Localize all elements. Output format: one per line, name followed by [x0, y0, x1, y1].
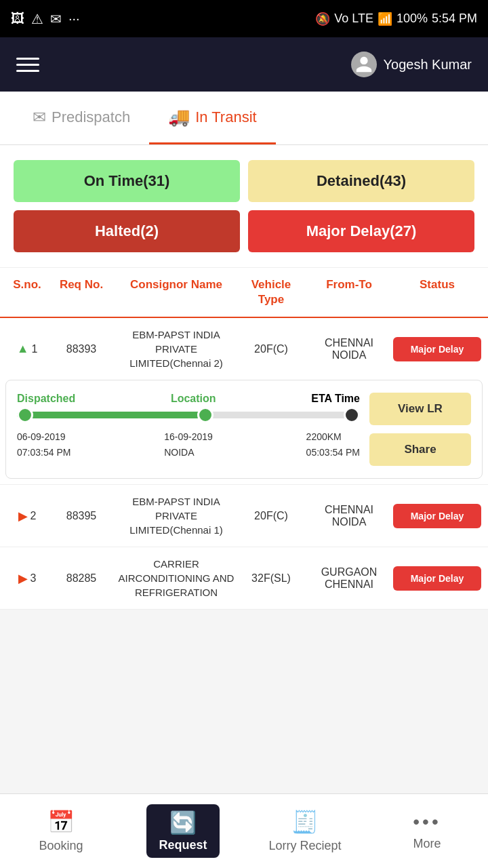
booking-label: Booking — [39, 839, 83, 853]
lorry-receipt-icon: 🧾 — [291, 809, 319, 835]
row-1-status-btn[interactable]: Major Delay — [393, 337, 481, 361]
arrow-up-icon: ▲ — [17, 342, 29, 356]
dot-mid — [197, 407, 214, 423]
lorry-receipt-label: Lorry Reciept — [268, 839, 341, 853]
more-icon: ··· — [68, 11, 80, 26]
table-row: ▶ 2 88395 EBM-PAPST INDIA PRIVATE LIMITE… — [0, 485, 488, 547]
row-1-status: Major Delay — [393, 337, 481, 361]
arrow-right-icon-2: ▶ — [18, 571, 28, 586]
row-2-vehicle: 20F(C) — [237, 510, 305, 522]
row-1-reqno: 88393 — [47, 343, 115, 355]
row-3-consignor: CARRIER AIRCONDITIONING AND REFRIGERATIO… — [115, 557, 237, 599]
location-label: Location — [171, 393, 216, 405]
card-major-delay[interactable]: Major Delay(27) — [248, 210, 474, 252]
menu-line-2 — [16, 64, 39, 66]
mail-tab-icon: ✉ — [33, 108, 46, 127]
eta-time: 05:03:54 PM — [306, 445, 360, 460]
wifi-icon: 📶 — [378, 12, 392, 26]
card-on-time[interactable]: On Time(31) — [14, 160, 240, 202]
halted-label: Halted(2) — [95, 222, 159, 239]
row-1-fromto: CHENNAI NOIDA — [305, 337, 393, 361]
dispatched-date: 06-09-2019 — [17, 429, 70, 444]
view-lr-button[interactable]: View LR — [369, 393, 471, 425]
signal-icon: Vo LTE — [334, 12, 373, 26]
table-header: S.no. Req No. Consignor Name Vehicle Typ… — [0, 268, 488, 318]
detail-actions: View LR Share — [369, 393, 471, 466]
summary-cards: On Time(31) Detained(43) Halted(2) Major… — [0, 145, 488, 268]
row-1-detail: Dispatched Location ETA Time 06-09-2019 — [5, 380, 483, 479]
alert-icon: ⚠ — [31, 11, 43, 27]
th-sno: S.no. — [7, 277, 47, 307]
share-button[interactable]: Share — [369, 433, 471, 466]
row-3-status-btn[interactable]: Major Delay — [393, 566, 481, 591]
location-place: NOIDA — [164, 445, 213, 460]
row-3-reqno: 88285 — [47, 572, 115, 585]
row-1-vehicle: 20F(C) — [237, 343, 305, 355]
request-icon: 🔄 — [169, 810, 197, 835]
battery-level: 100% — [396, 12, 428, 26]
nav-booking[interactable]: 📅 Booking — [20, 809, 102, 853]
user-icon — [354, 55, 373, 74]
tab-predispatch[interactable]: ✉ Predispatch — [14, 93, 149, 144]
on-time-label: On Time(31) — [84, 172, 170, 189]
row-2-consignor: EBM-PAPST INDIA PRIVATE LIMITED(Chennai … — [115, 494, 237, 537]
tab-intransit[interactable]: 🚚 In Transit — [149, 92, 275, 144]
avatar — [351, 52, 377, 77]
row-2-fromto: CHENNAI NOIDA — [305, 504, 393, 528]
card-detained[interactable]: Detained(43) — [248, 160, 474, 202]
intransit-label: In Transit — [195, 108, 256, 126]
row-3-sno: ▶ 3 — [7, 571, 47, 586]
row-2-status-btn[interactable]: Major Delay — [393, 504, 481, 528]
eta-dates: 2200KM 05:03:54 PM — [306, 429, 360, 460]
detail-progress: Dispatched Location ETA Time 06-09-2019 — [17, 393, 360, 466]
username: Yogesh Kumar — [384, 57, 472, 73]
booking-icon: 📅 — [47, 809, 75, 835]
row-1-consignor: EBM-PAPST INDIA PRIVATE LIMITED(Chennai … — [115, 328, 237, 370]
row-1-sno: ▲ 1 — [7, 342, 47, 356]
dispatched-label: Dispatched — [17, 393, 75, 405]
menu-button[interactable] — [16, 58, 39, 72]
dot-start — [17, 407, 33, 423]
th-vehicle: Vehicle Type — [237, 277, 305, 307]
header: Yogesh Kumar — [0, 37, 488, 92]
row-3-main[interactable]: ▶ 3 88285 CARRIER AIRCONDITIONING AND RE… — [0, 547, 488, 609]
data-table: S.no. Req No. Consignor Name Vehicle Typ… — [0, 268, 488, 610]
row-2-sno: ▶ 2 — [7, 509, 47, 524]
dot-end — [344, 407, 360, 423]
row-2-status: Major Delay — [393, 504, 481, 528]
progress-fill — [17, 412, 205, 418]
major-delay-label: Major Delay(27) — [306, 222, 417, 239]
eta-distance: 2200KM — [306, 429, 360, 444]
row-3-fromto: GURGAON CHENNAI — [305, 566, 393, 591]
location-dates: 16-09-2019 NOIDA — [164, 429, 213, 460]
row-1-main[interactable]: ▲ 1 88393 EBM-PAPST INDIA PRIVATE LIMITE… — [0, 318, 488, 380]
status-bar-right: 🔕 Vo LTE 📶 100% 5:54 PM — [315, 12, 477, 26]
nav-lorry-receipt[interactable]: 🧾 Lorry Reciept — [264, 809, 346, 853]
bottom-nav: 📅 Booking 🔄 Request 🧾 Lorry Reciept ••• … — [0, 793, 488, 868]
mute-icon: 🔕 — [315, 12, 330, 26]
card-halted[interactable]: Halted(2) — [14, 210, 240, 252]
mail-icon: ✉ — [50, 11, 62, 27]
nav-request[interactable]: 🔄 Request — [142, 804, 224, 858]
menu-line-1 — [16, 58, 39, 60]
location-date: 16-09-2019 — [164, 429, 213, 444]
nav-more[interactable]: ••• More — [386, 811, 468, 851]
user-info: Yogesh Kumar — [351, 52, 472, 77]
th-status: Status — [393, 277, 481, 307]
progress-labels: Dispatched Location ETA Time — [17, 393, 360, 405]
eta-label: ETA Time — [311, 393, 360, 405]
status-bar: 🖼 ⚠ ✉ ··· 🔕 Vo LTE 📶 100% 5:54 PM — [0, 0, 488, 37]
status-bar-left: 🖼 ⚠ ✉ ··· — [11, 11, 80, 27]
predispatch-label: Predispatch — [52, 108, 130, 126]
request-label: Request — [159, 838, 207, 852]
photo-icon: 🖼 — [11, 11, 24, 26]
detained-label: Detained(43) — [317, 172, 406, 189]
table-row: ▲ 1 88393 EBM-PAPST INDIA PRIVATE LIMITE… — [0, 318, 488, 485]
row-2-main[interactable]: ▶ 2 88395 EBM-PAPST INDIA PRIVATE LIMITE… — [0, 485, 488, 547]
th-reqno: Req No. — [47, 277, 115, 307]
th-fromto: From-To — [305, 277, 393, 307]
arrow-right-icon: ▶ — [18, 509, 28, 524]
th-consignor: Consignor Name — [115, 277, 237, 307]
row-3-vehicle: 32F(SL) — [237, 572, 305, 585]
dispatched-dates: 06-09-2019 07:03:54 PM — [17, 429, 70, 460]
